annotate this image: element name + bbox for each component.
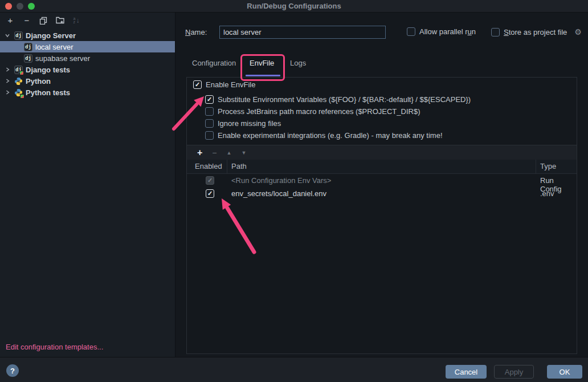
window-title: Run/Debug Configurations: [0, 2, 588, 10]
django-icon: dj: [24, 43, 32, 51]
add-configuration-icon[interactable]: +: [6, 16, 15, 25]
tree-item-label: Django Server: [26, 31, 76, 40]
django-icon: dj: [14, 31, 23, 40]
chevron-right-icon[interactable]: [3, 88, 11, 96]
experimental-integrations-checkbox[interactable]: Enable experimental integrations (e.g. G…: [205, 131, 443, 140]
name-label: Name:: [185, 28, 207, 36]
tree-item-django-server[interactable]: dj Django Server: [0, 30, 175, 41]
cancel-button[interactable]: Cancel: [446, 365, 487, 379]
move-down-icon: ▼: [241, 149, 246, 157]
table-row-run-config-env-vars[interactable]: <Run Configuration Env Vars> Run Config: [187, 174, 577, 187]
row-enabled-checkbox: [206, 176, 214, 185]
django-test-icon: dj: [14, 66, 23, 74]
store-as-project-file-checkbox[interactable]: Store as project file ⚙: [491, 27, 582, 36]
column-header-path[interactable]: Path: [231, 162, 247, 170]
remove-configuration-icon[interactable]: −: [22, 16, 31, 25]
table-header: Enabled Path Type: [187, 160, 577, 174]
chevron-right-icon[interactable]: [3, 66, 11, 74]
chevron-right-icon[interactable]: [3, 77, 11, 85]
option-label: Enable experimental integrations (e.g. G…: [218, 131, 443, 140]
tree-item-label: supabase server: [35, 54, 90, 63]
option-label: Substitute Environment Variables (${FOO}…: [218, 95, 471, 104]
option-label: Ignore missing files: [218, 119, 281, 128]
env-files-table: + − ▲ ▼ Enabled Path Type <Run Configura…: [187, 145, 577, 353]
tree-item-supabase-server[interactable]: dj supabase server: [0, 52, 175, 64]
copy-configuration-icon[interactable]: [39, 16, 48, 25]
checkbox-icon[interactable]: [205, 119, 214, 128]
title-bar: Run/Debug Configurations: [0, 0, 588, 13]
enable-envfile-checkbox[interactable]: Enable EnvFile: [193, 80, 255, 89]
add-env-file-icon[interactable]: +: [197, 149, 202, 157]
new-folder-icon[interactable]: [55, 16, 64, 25]
gear-icon[interactable]: ⚙: [574, 27, 582, 36]
edit-configuration-templates-link[interactable]: Edit configuration templates...: [6, 343, 103, 351]
sidebar-toolbar: + − az↓: [0, 13, 175, 28]
substitute-env-vars-checkbox[interactable]: Substitute Environment Variables (${FOO}…: [205, 95, 471, 104]
column-separator: [227, 160, 227, 173]
configuration-tree: dj Django Server dj local server dj supa…: [0, 30, 175, 98]
process-path-macro-checkbox[interactable]: Process JetBrains path macro references …: [205, 107, 420, 116]
row-path: env_secrets/local_daniel.env: [231, 189, 326, 198]
remove-env-file-icon: −: [212, 149, 217, 157]
allow-parallel-run-label: Allow parallel run: [419, 27, 476, 36]
active-tab-underline: [246, 75, 280, 76]
column-separator: [536, 160, 536, 173]
envfile-panel: Enable EnvFile Substitute Environment Va…: [186, 77, 577, 354]
table-toolbar: + − ▲ ▼: [187, 145, 577, 160]
tree-item-python-tests[interactable]: Python tests: [0, 87, 175, 98]
sort-configurations-icon: az↓: [72, 16, 81, 25]
checkbox-icon[interactable]: [205, 131, 214, 140]
name-input[interactable]: [219, 26, 386, 39]
chevron-down-icon[interactable]: [3, 31, 11, 39]
tab-configuration[interactable]: Configuration: [192, 59, 236, 67]
configuration-editor: Name: Allow parallel run Store as projec…: [176, 13, 588, 357]
tree-item-python[interactable]: Python: [0, 75, 175, 87]
tree-item-label: Python tests: [26, 88, 70, 97]
checkbox-icon[interactable]: [407, 27, 415, 36]
tab-envfile[interactable]: EnvFile: [250, 59, 274, 67]
checkbox-icon[interactable]: [205, 95, 214, 104]
tree-item-label: Django tests: [26, 66, 70, 74]
checkbox-icon[interactable]: [491, 28, 500, 36]
row-path: <Run Configuration Env Vars>: [231, 176, 331, 185]
ignore-missing-files-checkbox[interactable]: Ignore missing files: [205, 119, 281, 128]
column-header-enabled[interactable]: Enabled: [195, 162, 222, 170]
configurations-sidebar: + − az↓ dj Django Server dj local server…: [0, 13, 175, 357]
apply-button: Apply: [494, 365, 534, 379]
row-type: .env: [540, 189, 554, 198]
python-test-icon: [14, 88, 23, 97]
table-row-env-secrets-file[interactable]: env_secrets/local_daniel.env .env: [187, 187, 577, 200]
ok-button[interactable]: OK: [547, 365, 582, 379]
python-icon: [14, 77, 23, 86]
django-icon: dj: [24, 54, 32, 63]
tree-item-local-server[interactable]: dj local server: [0, 41, 175, 52]
tree-item-label: Python: [26, 77, 51, 86]
allow-parallel-run-checkbox[interactable]: Allow parallel run: [407, 27, 476, 36]
checkbox-icon[interactable]: [193, 80, 202, 89]
tree-item-label: local server: [35, 43, 73, 51]
checkbox-icon[interactable]: [205, 107, 214, 116]
move-up-icon: ▲: [227, 149, 232, 157]
help-button[interactable]: ?: [6, 364, 19, 377]
store-as-project-file-label: Store as project file: [504, 28, 567, 36]
dialog-footer: ? Cancel Apply OK: [0, 357, 588, 382]
tab-logs[interactable]: Logs: [290, 59, 306, 67]
option-label: Enable EnvFile: [206, 80, 255, 89]
tree-item-django-tests[interactable]: dj Django tests: [0, 64, 175, 75]
column-header-type[interactable]: Type: [540, 162, 556, 170]
option-label: Process JetBrains path macro references …: [218, 107, 420, 116]
row-enabled-checkbox[interactable]: [206, 189, 214, 198]
